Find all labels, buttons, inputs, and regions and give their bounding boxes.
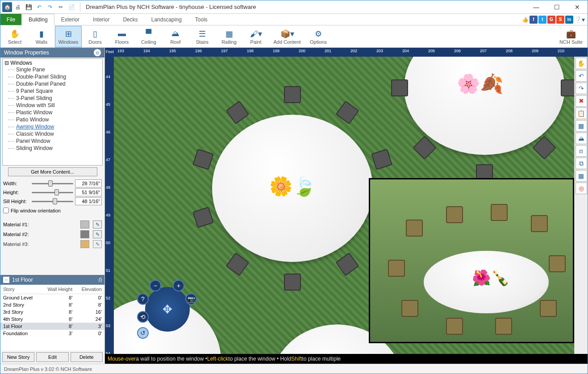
camera-button[interactable]: 📷	[185, 293, 197, 305]
chair-object[interactable]	[225, 101, 249, 125]
tree-root[interactable]: Windows	[3, 60, 102, 66]
grid-icon[interactable]: ▦	[575, 170, 587, 182]
width-value[interactable]	[75, 179, 102, 187]
window-type-item[interactable]: Window with Sill	[3, 102, 102, 109]
story-row[interactable]: Ground Level8'0'	[0, 294, 104, 302]
facebook-icon[interactable]: f	[530, 16, 538, 24]
twitter-icon[interactable]: t	[538, 16, 546, 24]
flip-orientation-row[interactable]: Flip window orientation	[0, 206, 104, 215]
view2d3d-icon[interactable]: ⧉	[575, 158, 587, 169]
story-row[interactable]: 2nd Story8'8'	[0, 301, 104, 308]
chair-object[interactable]	[532, 136, 556, 160]
ribbon-floors[interactable]: ▬Floors	[108, 26, 135, 47]
ribbon-stairs[interactable]: ☰Stairs	[189, 26, 216, 47]
reset-button[interactable]: ↺	[137, 327, 149, 339]
window-type-item[interactable]: Single Pane	[3, 66, 102, 73]
chair-object[interactable]	[284, 86, 301, 103]
chair-object[interactable]	[391, 79, 408, 96]
chair-object[interactable]	[336, 101, 359, 125]
chair-object[interactable]	[371, 149, 392, 170]
chair-object[interactable]	[284, 274, 301, 291]
width-slider[interactable]	[32, 179, 73, 187]
ribbon-walls[interactable]: ▮Walls	[28, 26, 55, 47]
close-button[interactable]: ✕	[567, 0, 588, 14]
viewport[interactable]: 🌼🍃 🌸🍂 ✥ − + ? 📷 ⟲ ↺	[114, 57, 574, 354]
linkedin-icon[interactable]: in	[565, 16, 573, 24]
height-slider[interactable]	[32, 188, 73, 196]
delete-story-button[interactable]: Delete	[71, 352, 103, 362]
nav-help-button[interactable]: ?	[137, 293, 149, 305]
eyedropper-icon[interactable]: ✎	[93, 230, 102, 238]
layers-icon[interactable]: ▦	[575, 120, 587, 132]
window-type-item[interactable]: Sliding Window	[3, 145, 102, 152]
home-icon[interactable]: 🏠	[2, 2, 12, 12]
window-type-item[interactable]: Patio Window	[3, 116, 102, 123]
save-icon[interactable]: 💾	[24, 2, 33, 12]
stumble-icon[interactable]: S	[556, 16, 564, 24]
story-row[interactable]: 3rd Story8'16'	[0, 308, 104, 316]
window-type-item[interactable]: Double-Panel Paned	[3, 80, 102, 87]
ribbon-doors[interactable]: ▯Doors	[82, 26, 108, 47]
window-tree[interactable]: Windows Single PaneDouble-Panel SlidingD…	[2, 58, 103, 166]
collapse-icon[interactable]: ⊖	[94, 49, 101, 56]
chair-object[interactable]	[225, 252, 249, 276]
zoom-in-button[interactable]: +	[173, 280, 184, 291]
chair-object[interactable]	[192, 207, 214, 228]
window-type-item[interactable]: Plastic Window	[3, 109, 102, 116]
print-icon[interactable]: 🖨	[13, 2, 23, 12]
tab-tools[interactable]: Tools	[188, 14, 214, 25]
paste-icon[interactable]: 📄	[67, 2, 76, 12]
tab-building[interactable]: Building	[22, 14, 54, 25]
google-icon[interactable]: G	[547, 16, 555, 24]
story-row[interactable]: 4th Story8'24'	[0, 316, 104, 323]
window-type-item[interactable]: 9 Panel Square	[3, 87, 102, 95]
rotate-button[interactable]: ⟲	[137, 311, 149, 323]
copy-icon[interactable]: 📋	[575, 108, 587, 119]
eyedropper-icon[interactable]: ✎	[93, 240, 102, 248]
chair-object[interactable]	[336, 252, 359, 276]
minimize-button[interactable]: —	[526, 0, 546, 14]
window-type-item[interactable]: Awning Window	[3, 123, 102, 130]
window-type-item[interactable]: Panel Window	[3, 137, 102, 145]
view3d-icon[interactable]: ⧈	[575, 145, 587, 157]
tab-exterior[interactable]: Exterior	[54, 14, 86, 25]
ribbon-railing[interactable]: ▦Railing	[216, 26, 242, 47]
story-row[interactable]: Foundation3'0'	[0, 330, 104, 337]
story-row[interactable]: 1st Floor8'3'	[0, 323, 104, 330]
delete-icon[interactable]: ✖	[575, 95, 587, 107]
flower-object[interactable]: 🌸🍂	[457, 73, 503, 95]
nav-wheel[interactable]: ✥ − + ? 📷 ⟲ ↺	[141, 283, 194, 336]
ribbon-select[interactable]: ✋Select	[1, 26, 28, 47]
window-type-item[interactable]: Double-Panel Sliding	[3, 73, 102, 80]
maximize-button[interactable]: ☐	[546, 0, 567, 14]
ribbon-ceiling[interactable]: ▀Ceiling	[135, 26, 162, 47]
redo-icon[interactable]: ↷	[575, 83, 587, 94]
eyedropper-icon[interactable]: ✎	[93, 220, 102, 229]
material-2-swatch[interactable]	[80, 230, 89, 238]
material-1-swatch[interactable]	[80, 220, 89, 229]
sill-value[interactable]	[75, 197, 102, 205]
tab-decks[interactable]: Decks	[116, 14, 144, 25]
get-more-content-button[interactable]: Get More Content...	[8, 167, 97, 176]
ribbon-nch-suite[interactable]: 💼NCH Suite	[555, 26, 587, 47]
ribbon-options[interactable]: ⚙Options	[305, 26, 332, 47]
edit-story-button[interactable]: Edit	[36, 352, 68, 362]
ribbon-paint[interactable]: 🖌▾Paint	[242, 26, 269, 47]
chair-object[interactable]	[561, 79, 574, 96]
collapse-icon[interactable]: −	[3, 277, 9, 283]
sill-slider[interactable]	[32, 197, 73, 205]
roof-icon[interactable]: ⛰	[575, 133, 587, 144]
print-icon[interactable]: ⎙	[99, 277, 102, 283]
material-3-swatch[interactable]	[80, 240, 89, 248]
preview-3d[interactable]: 🌺🍾	[369, 178, 574, 343]
flower-object[interactable]: 🌼🍃	[269, 175, 316, 197]
ribbon-windows[interactable]: ⊞Windows	[55, 26, 82, 47]
pan-arrows-icon[interactable]: ✥	[163, 303, 172, 316]
chair-object[interactable]	[192, 149, 214, 170]
flip-checkbox[interactable]	[3, 208, 9, 213]
new-story-button[interactable]: New Story	[2, 352, 34, 362]
height-value[interactable]	[75, 188, 102, 196]
zoom-out-button[interactable]: −	[150, 280, 161, 291]
window-type-item[interactable]: Classic Window	[3, 130, 102, 137]
file-menu[interactable]: File	[0, 14, 22, 25]
